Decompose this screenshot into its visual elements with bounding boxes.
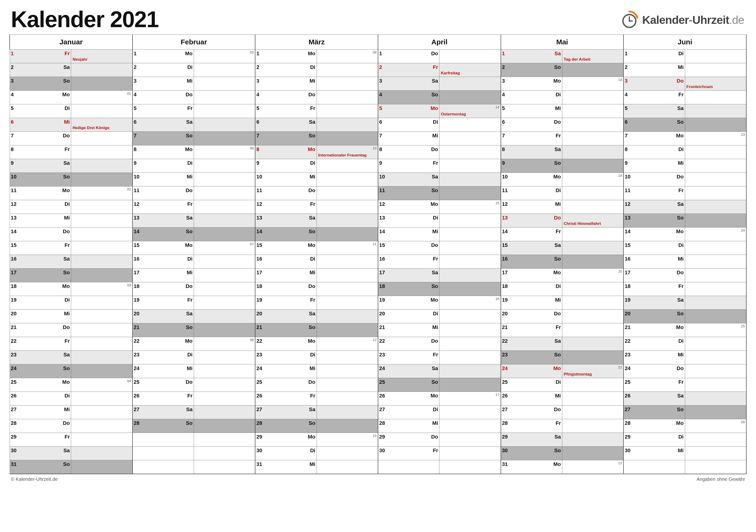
note-cell: [194, 433, 255, 446]
day-number: 2: [379, 64, 382, 70]
note-cell: [440, 255, 501, 268]
note-cell: 22: [562, 460, 623, 474]
day-abbr: Di: [65, 393, 70, 399]
day-cell: 17So: [10, 268, 71, 282]
day-cell: 18Do: [255, 282, 316, 296]
day-abbr: Fr: [187, 105, 193, 112]
day-cell: 13Di: [378, 214, 440, 228]
day-number: 19: [11, 297, 16, 303]
day-abbr: Do: [677, 174, 684, 180]
day-number: 16: [502, 256, 508, 262]
note-cell: [562, 132, 623, 145]
day-number: 21: [134, 324, 139, 330]
day-number: 26: [502, 393, 508, 399]
holiday-name: Tag der Arbeit: [564, 57, 590, 62]
day-cell: 23Sa: [10, 351, 71, 365]
day-cell: 7Do: [10, 132, 71, 145]
note-cell: [316, 460, 378, 474]
day-number: 10: [134, 174, 139, 180]
holiday-name: Christi Himmelfahrt: [564, 221, 601, 226]
day-number: 9: [625, 160, 628, 166]
day-number: 5: [11, 105, 14, 112]
day-abbr: Mi: [64, 311, 70, 317]
note-cell: 09: [316, 50, 378, 63]
day-number: 25: [379, 379, 385, 385]
note-cell: [562, 419, 623, 433]
day-number: 14: [11, 228, 16, 235]
note-cell: [71, 296, 133, 310]
day-number: 27: [134, 406, 139, 413]
day-cell: 1Do: [378, 50, 440, 63]
day-cell: 22Fr: [10, 337, 71, 351]
week-number: 22: [618, 461, 622, 465]
day-cell: 22Mo: [255, 337, 316, 351]
day-abbr: Fr: [556, 133, 561, 139]
day-cell: 8Di: [623, 145, 685, 159]
day-number: 24: [11, 366, 16, 371]
note-cell: [194, 405, 255, 419]
day-abbr: So: [554, 256, 561, 262]
note-cell: [316, 104, 378, 118]
day-number: 16: [625, 256, 630, 262]
day-abbr: Fr: [65, 146, 70, 152]
day-cell: 12Mi: [501, 200, 562, 214]
note-cell: [316, 200, 378, 214]
day-cell: 15Fr: [10, 241, 71, 255]
day-abbr: Mi: [678, 160, 684, 166]
day-abbr: Mi: [64, 119, 70, 125]
day-abbr: Do: [554, 215, 561, 221]
day-cell: 22Do: [378, 337, 440, 351]
day-cell: 19Mo: [378, 296, 440, 310]
day-cell: 9So: [501, 159, 562, 173]
day-cell: 28So: [255, 419, 316, 433]
day-abbr: Sa: [432, 78, 438, 84]
day-cell: 25Do: [133, 378, 194, 392]
day-cell: 2Sa: [10, 63, 71, 77]
day-number: 13: [256, 215, 262, 221]
day-abbr: Mi: [678, 256, 684, 262]
day-cell: 6So: [623, 118, 685, 132]
note-cell: [685, 173, 746, 187]
day-number: 20: [502, 311, 508, 317]
day-cell: 15Di: [623, 241, 685, 255]
day-number: 30: [11, 447, 16, 454]
note-cell: [440, 310, 501, 323]
day-number: 22: [502, 338, 508, 344]
day-cell: 30Di: [255, 446, 316, 460]
day-cell: 28Do: [10, 419, 71, 433]
day-abbr: Sa: [186, 406, 193, 413]
note-cell: [316, 323, 378, 337]
day-abbr: Mi: [555, 201, 561, 207]
day-cell: 16Fr: [378, 255, 440, 268]
day-cell: 17Do: [623, 268, 685, 282]
day-number: 18: [625, 283, 630, 290]
note-cell: [685, 405, 746, 419]
day-cell: 10Mi: [133, 173, 194, 187]
day-cell: 3Sa: [378, 77, 440, 90]
day-number: 17: [256, 269, 262, 276]
day-number: 30: [502, 447, 508, 454]
day-abbr: Fr: [433, 352, 438, 358]
day-abbr: Sa: [63, 352, 70, 358]
day-cell: 4Mo: [10, 90, 71, 104]
day-abbr: Di: [310, 256, 315, 262]
note-cell: [71, 351, 133, 365]
note-cell: [194, 296, 255, 310]
svg-point-4: [629, 20, 630, 22]
day-abbr: Di: [187, 352, 193, 358]
note-cell: [685, 460, 746, 474]
day-abbr: Do: [63, 420, 70, 426]
note-cell: [685, 365, 746, 378]
week-number: 12: [372, 338, 377, 342]
note-cell: [440, 419, 501, 433]
day-number: 30: [256, 447, 262, 454]
day-cell: 16Mi: [623, 255, 685, 268]
day-cell: 18Di: [501, 282, 562, 296]
day-cell: 21So: [133, 323, 194, 337]
day-number: 25: [625, 379, 630, 385]
note-cell: [316, 173, 378, 187]
note-cell: [194, 187, 255, 200]
week-number: 25: [741, 324, 745, 328]
day-number: 24: [134, 366, 139, 371]
day-number: 26: [379, 393, 385, 399]
